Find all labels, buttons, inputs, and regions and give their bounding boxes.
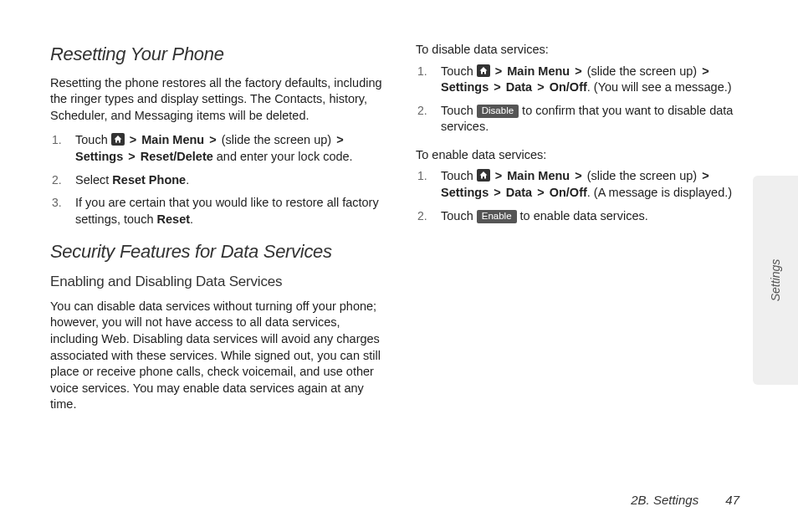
reset-steps: 1. Touch > Main Menu > (slide the screen… [50, 132, 382, 228]
step-text: Touch [441, 64, 477, 78]
settings-label: Settings [441, 186, 489, 199]
step-2: 2. Touch Disable to confirm that you wan… [436, 103, 748, 136]
step-1: 1. Touch > Main Menu > (slide the screen… [436, 168, 748, 201]
step-text: Select [75, 173, 112, 187]
enable-button: Enable [477, 210, 517, 224]
separator: > [575, 169, 581, 182]
main-menu-label: Main Menu [507, 64, 570, 78]
left-column: Resetting Your Phone Resetting the phone… [50, 42, 382, 422]
separator: > [537, 80, 544, 94]
data-label: Data [506, 80, 532, 94]
onoff-label: On/Off [550, 80, 587, 94]
intro-paragraph: Resetting the phone restores all the fac… [50, 75, 382, 125]
main-menu-label: Main Menu [507, 169, 570, 182]
lead-enable: To enable data services: [416, 147, 748, 164]
onoff-label: On/Off [550, 186, 587, 199]
reset-delete-label: Reset/Delete [141, 150, 213, 163]
heading-resetting: Resetting Your Phone [50, 42, 382, 67]
separator: > [128, 150, 135, 163]
disable-button: Disable [477, 105, 519, 119]
side-tab: Settings [753, 176, 798, 385]
separator: > [575, 64, 581, 78]
heading-enabling: Enabling and Disabling Data Services [50, 273, 382, 292]
slide-text: (slide the screen up) [584, 64, 700, 78]
home-icon [111, 133, 125, 146]
side-tab-label: Settings [769, 259, 782, 302]
settings-label: Settings [441, 80, 489, 94]
reset-phone-label: Reset Phone [112, 173, 186, 187]
step-text: Touch [75, 133, 111, 146]
separator: > [702, 169, 708, 182]
right-column: To disable data services: 1. Touch > Mai… [416, 42, 748, 422]
step-post: and enter your lock code. [213, 150, 353, 163]
step-3: 3. If you are certain that you would lik… [70, 195, 382, 228]
separator: > [494, 80, 500, 94]
page-content: Resetting Your Phone Resetting the phone… [50, 42, 748, 422]
step-post: to enable data services. [517, 209, 648, 223]
lead-disable: To disable data services: [416, 42, 748, 59]
step-text: Touch [441, 169, 477, 182]
step-1: 1. Touch > Main Menu > (slide the screen… [70, 132, 382, 165]
separator: > [336, 133, 343, 146]
step-post: . [190, 212, 193, 226]
slide-text: (slide the screen up) [584, 169, 700, 182]
reset-label: Reset [157, 212, 191, 226]
footer-section: 2B. Settings [631, 493, 698, 507]
step-text: Touch [441, 104, 477, 117]
step-text: If you are certain that you would like t… [75, 196, 379, 226]
home-icon [477, 64, 490, 77]
disable-steps: 1. Touch > Main Menu > (slide the screen… [416, 64, 748, 136]
settings-label: Settings [75, 150, 123, 163]
separator: > [495, 64, 502, 78]
enable-steps: 1. Touch > Main Menu > (slide the screen… [416, 168, 748, 224]
step-1: 1. Touch > Main Menu > (slide the screen… [436, 64, 748, 96]
separator: > [702, 64, 708, 78]
slide-text: (slide the screen up) [218, 133, 335, 146]
body-paragraph: You can disable data services without tu… [50, 299, 382, 413]
separator: > [209, 133, 216, 146]
step-2: 2. Select Reset Phone. [70, 172, 382, 189]
page-footer: 2B. Settings 47 [631, 493, 739, 507]
step-2: 2. Touch Enable to enable data services. [436, 208, 748, 225]
separator: > [494, 186, 500, 199]
heading-security: Security Features for Data Services [50, 239, 382, 264]
step-post: . [186, 173, 189, 187]
separator: > [130, 133, 136, 146]
step-post: . (A message is displayed.) [587, 186, 732, 199]
separator: > [537, 186, 544, 199]
home-icon [477, 169, 490, 182]
page-number: 47 [725, 493, 739, 507]
main-menu-label: Main Menu [141, 133, 204, 146]
data-label: Data [506, 186, 532, 199]
step-post: . (You will see a message.) [587, 80, 732, 94]
step-text: Touch [441, 209, 477, 223]
separator: > [495, 169, 502, 182]
